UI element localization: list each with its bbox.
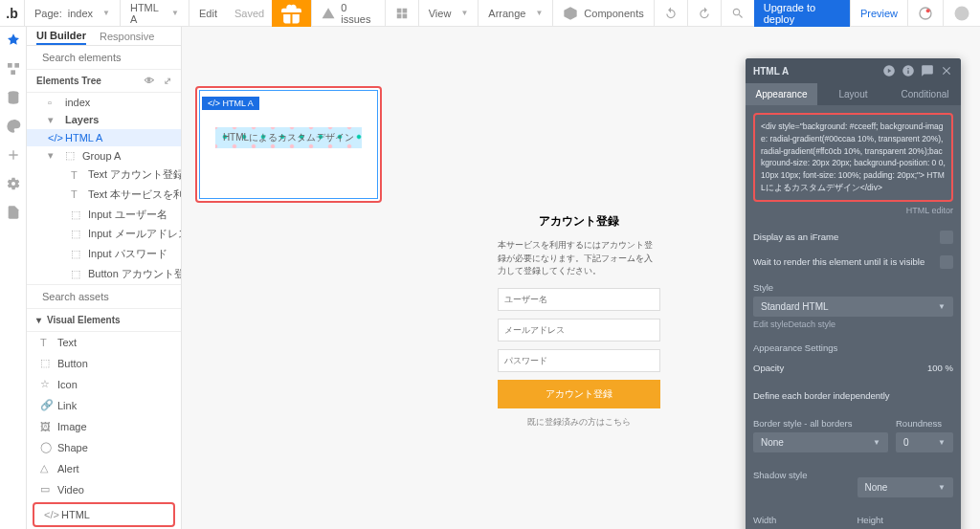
help-icon[interactable]: [907, 0, 943, 26]
visual-item-shape[interactable]: ◯Shape: [27, 437, 181, 458]
expand-icon[interactable]: ⤢: [164, 76, 171, 86]
roundness-input[interactable]: 0▼: [896, 432, 953, 452]
shadow-select[interactable]: None▼: [858, 477, 954, 497]
user-avatar[interactable]: [943, 0, 980, 26]
button-icon: ⬚: [71, 269, 82, 280]
tab-layout[interactable]: Layout: [817, 83, 889, 105]
cube-icon: [563, 6, 578, 21]
group-icon: ⬚: [65, 150, 77, 162]
warning-icon: [322, 6, 335, 21]
display-iframe-label: Display as an iFrame: [753, 231, 838, 242]
preview-button[interactable]: Preview: [850, 0, 907, 26]
tab-conditional[interactable]: Conditional: [889, 83, 961, 105]
visual-item-link[interactable]: 🔗Link: [27, 395, 181, 416]
workflow-icon[interactable]: [6, 61, 21, 77]
wait-render-checkbox[interactable]: [940, 255, 953, 269]
roundness-label: Roundness: [896, 418, 953, 429]
opacity-value[interactable]: 100: [927, 363, 943, 373]
canvas[interactable]: </> HTML A HTMLによるカスタムデザイン アカウント登録 本サービス…: [182, 27, 980, 529]
undo-icon[interactable]: [654, 0, 687, 26]
left-rail: [0, 27, 27, 529]
style-section-label: Style: [753, 282, 953, 293]
visual-item-icon[interactable]: ☆Icon: [27, 374, 181, 395]
tree-item-layers[interactable]: ▾Layers: [27, 111, 181, 129]
display-iframe-checkbox[interactable]: [940, 231, 953, 244]
app-logo[interactable]: .b: [0, 0, 24, 27]
tree-item-button-account[interactable]: ⬚Button アカウント登録: [27, 264, 181, 284]
height-label: Height: [858, 515, 954, 525]
saved-status: Saved: [227, 8, 272, 19]
components-menu[interactable]: Components: [552, 0, 653, 26]
plugins-icon[interactable]: [6, 147, 21, 163]
text-icon: T: [71, 188, 82, 200]
upgrade-button[interactable]: Upgrade to deploy: [754, 0, 850, 27]
username-input[interactable]: [498, 288, 660, 311]
info-icon[interactable]: [902, 64, 915, 77]
visual-item-image[interactable]: 🖼Image: [27, 416, 181, 437]
html-code-editor[interactable]: <div style="background: #cceeff; backgro…: [753, 113, 953, 202]
comment-icon[interactable]: [921, 64, 934, 77]
tab-appearance[interactable]: Appearance: [746, 83, 817, 105]
eye-icon[interactable]: 👁: [145, 76, 154, 86]
detach-style-link[interactable]: Detach style: [789, 320, 836, 329]
appearance-settings-label: Appearance Settings: [753, 342, 953, 353]
tree-item-index[interactable]: ▫index: [27, 93, 181, 111]
visual-elements-header[interactable]: ▾Visual Elements: [27, 309, 181, 332]
form-title: アカウント登録: [498, 213, 660, 230]
tree-item-input-user[interactable]: ⬚Input ユーザー名: [27, 205, 181, 225]
visual-item-video[interactable]: ▭Video: [27, 479, 181, 500]
style-select[interactable]: Standard HTML▼: [753, 297, 953, 317]
wait-render-label: Wait to render this element until it is …: [753, 256, 924, 267]
tree-item-input-mail[interactable]: ⬚Input メールアドレス: [27, 225, 181, 245]
html-editor-link[interactable]: HTML editor: [753, 206, 953, 215]
link-icon: 🔗: [40, 400, 52, 411]
data-icon[interactable]: [6, 90, 21, 105]
visual-item-alert[interactable]: △Alert: [27, 458, 181, 479]
close-icon[interactable]: [940, 64, 953, 77]
shadow-label: Shadow style: [753, 470, 850, 480]
tree-item-html-a[interactable]: </>HTML A: [27, 129, 181, 147]
elements-tree-header[interactable]: Elements Tree 👁 ⤢: [27, 70, 181, 93]
issues-link[interactable]: 0 issues: [311, 0, 385, 26]
html-rendered-content: HTMLによるカスタムデザイン: [202, 114, 375, 196]
login-link[interactable]: 既に登録済みの方はこちら: [498, 416, 660, 429]
edit-link[interactable]: Edit: [189, 0, 227, 26]
tab-ui-builder[interactable]: UI Builder: [36, 27, 86, 45]
tree-item-group-a[interactable]: ▾⬚Group A: [27, 146, 181, 165]
design-icon[interactable]: [6, 33, 21, 48]
page-selector[interactable]: Page: index ▼: [24, 0, 120, 26]
border-style-select[interactable]: None▼: [753, 432, 888, 452]
tree-item-text-service[interactable]: TText 本サービスを利用するに...: [27, 185, 181, 205]
view-menu[interactable]: View▼: [418, 0, 479, 26]
play-icon[interactable]: [882, 64, 896, 77]
border-style-label: Border style - all borders: [753, 418, 888, 429]
search-elements-input[interactable]: [42, 52, 174, 63]
svg-point-1: [926, 9, 930, 12]
element-selector[interactable]: HTML A ▼: [120, 0, 189, 26]
chevron-down-icon: ▾: [48, 150, 59, 162]
search-icon[interactable]: [721, 0, 754, 26]
password-input[interactable]: [498, 349, 660, 372]
tree-item-input-pass[interactable]: ⬚Input パスワード: [27, 244, 181, 264]
settings-icon[interactable]: [6, 176, 21, 191]
visual-item-button[interactable]: ⬚Button: [27, 353, 181, 374]
html-element-preview[interactable]: </> HTML A HTMLによるカスタムデザイン: [195, 86, 382, 203]
image-icon: 🖼: [40, 421, 52, 432]
edit-style-link[interactable]: Edit style: [753, 320, 789, 329]
input-icon: ⬚: [71, 229, 82, 240]
gift-icon[interactable]: [272, 0, 311, 27]
visual-item-html[interactable]: </>HTML: [33, 502, 175, 527]
tree-item-text-account[interactable]: TText アカウント登録: [27, 165, 181, 185]
register-button[interactable]: アカウント登録: [498, 380, 660, 408]
logs-icon[interactable]: [6, 205, 21, 220]
visual-item-text[interactable]: TText: [27, 332, 181, 353]
email-input[interactable]: [498, 319, 660, 342]
chevron-down-icon: ▼: [171, 9, 179, 17]
text-icon: T: [71, 169, 82, 181]
arrange-menu[interactable]: Arrange▼: [478, 0, 552, 26]
styles-icon[interactable]: [6, 119, 21, 134]
redo-icon[interactable]: [687, 0, 721, 26]
tab-responsive[interactable]: Responsive: [100, 27, 154, 45]
search-assets-input[interactable]: [42, 291, 174, 302]
grid-icon[interactable]: [385, 0, 418, 26]
